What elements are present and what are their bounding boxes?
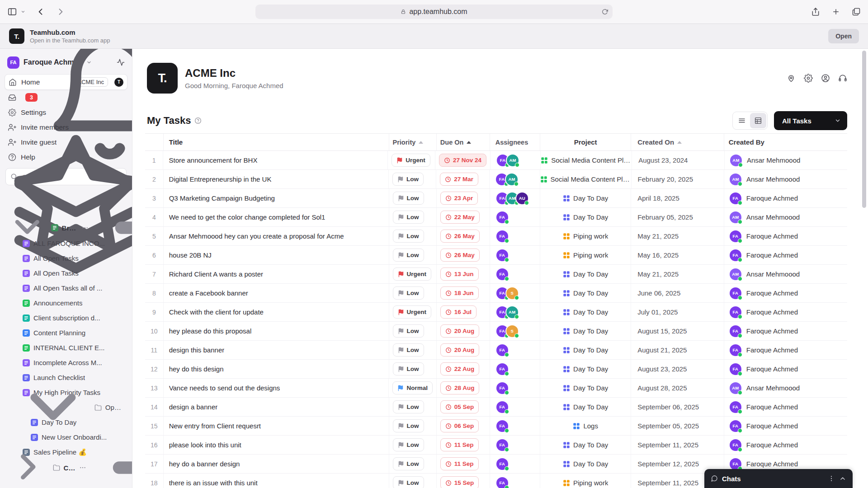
project-cell[interactable]: Day To Day: [540, 455, 631, 473]
task-title[interactable]: house 20B NJ: [169, 251, 212, 259]
assignees-cell[interactable]: FA: [490, 474, 540, 488]
assignees-cell[interactable]: FA: [490, 436, 540, 454]
task-row[interactable]: 4We need to get the color change complet…: [145, 208, 847, 227]
task-title[interactable]: please look into this unit: [169, 441, 241, 449]
support-headset-icon[interactable]: [838, 74, 847, 83]
priority-badge[interactable]: Low: [393, 211, 424, 224]
sidebar-tree-item[interactable]: Announcements: [5, 296, 127, 310]
task-row[interactable]: 13Vance needs to send out the designsNor…: [145, 379, 847, 398]
created-by-cell[interactable]: FAFaroque Achmed: [724, 436, 847, 454]
task-row[interactable]: 9Check with the client for updateUrgent1…: [145, 303, 847, 322]
chats-widget[interactable]: Chats: [704, 469, 853, 488]
assignees-cell[interactable]: FAAM: [490, 303, 540, 321]
task-row[interactable]: 11design this bannerLow20 AugFADay To Da…: [145, 341, 847, 360]
task-row[interactable]: 6house 20B NJLow26 MayFAPiping workMay 1…: [145, 246, 847, 265]
created-by-cell[interactable]: FAFaroque Achmed: [724, 246, 847, 264]
sidebar-tree-item[interactable]: Content Planning: [5, 325, 127, 340]
assignees-cell[interactable]: FA: [490, 398, 540, 416]
pin-icon[interactable]: [787, 74, 796, 83]
due-date-badge[interactable]: 26 May: [440, 230, 480, 243]
created-by-cell[interactable]: AMAnsar Mehmoood: [724, 379, 847, 397]
project-cell[interactable]: Social Media Content Plan …: [540, 170, 631, 188]
task-row[interactable]: 12hey do this designLow22 AugFADay To Da…: [145, 360, 847, 379]
created-by-cell[interactable]: FAFaroque Achmed: [724, 303, 847, 321]
task-title[interactable]: Q3 Marketing Campaign Budgeting: [169, 194, 275, 202]
task-row[interactable]: 7Richard Client A wants a posterUrgent13…: [145, 265, 847, 284]
priority-badge[interactable]: Urgent: [393, 305, 432, 319]
project-cell[interactable]: Day To Day: [540, 208, 631, 226]
priority-badge[interactable]: Low: [393, 192, 424, 205]
task-row[interactable]: 1Store announcement for BHXUrgent27 Nov …: [145, 151, 847, 170]
task-title[interactable]: hey please do this proposal: [169, 327, 252, 335]
task-title[interactable]: hey do a banner design: [169, 460, 240, 468]
due-date-badge[interactable]: 28 Aug: [440, 381, 480, 394]
project-cell[interactable]: Day To Day: [540, 379, 631, 397]
priority-badge[interactable]: Urgent: [393, 267, 432, 281]
priority-badge[interactable]: Low: [393, 286, 424, 300]
due-date-badge[interactable]: 20 Aug: [440, 324, 480, 338]
assignees-cell[interactable]: FAAMAU: [490, 189, 540, 207]
due-date-badge[interactable]: 23 Apr: [440, 192, 478, 205]
back-button[interactable]: [36, 7, 45, 16]
assignees-cell[interactable]: FAAM: [489, 170, 539, 188]
task-row[interactable]: 14design a bannerLow05 SepFADay To DaySe…: [145, 398, 847, 417]
task-title[interactable]: We need to get the color change complete…: [169, 213, 326, 221]
due-date-badge[interactable]: 16 Jul: [440, 305, 476, 319]
due-date-badge[interactable]: 18 Jun: [440, 286, 479, 300]
new-tab-icon[interactable]: [832, 8, 840, 16]
due-date-badge[interactable]: 15 Sep: [440, 476, 479, 488]
assignees-cell[interactable]: FA: [490, 360, 540, 378]
task-title[interactable]: Ansar Mehmoood hey can you create a prop…: [169, 232, 344, 240]
project-cell[interactable]: Social Media Content Plan …: [540, 151, 632, 169]
sidebar-tree-item[interactable]: Incomplete Across M...: [5, 355, 127, 370]
all-tasks-dropdown[interactable]: All Tasks: [774, 111, 847, 130]
project-cell[interactable]: Piping work: [540, 227, 631, 245]
due-date-badge[interactable]: 06 Sep: [440, 419, 479, 432]
priority-badge[interactable]: Low: [393, 400, 424, 413]
add-icon[interactable]: [93, 160, 132, 296]
add-icon[interactable]: [91, 400, 132, 488]
due-date-badge[interactable]: 13 Jun: [440, 267, 479, 281]
priority-badge[interactable]: Normal: [392, 381, 433, 394]
settings-gear-icon[interactable]: [804, 74, 813, 83]
column-header-priority[interactable]: Priority: [389, 134, 436, 150]
more-icon[interactable]: [81, 224, 89, 231]
address-bar[interactable]: app.teamhub.com: [255, 5, 613, 19]
created-by-cell[interactable]: FAFaroque Achmed: [724, 322, 847, 340]
project-cell[interactable]: Logs: [540, 417, 631, 435]
priority-badge[interactable]: Low: [393, 457, 424, 470]
project-cell[interactable]: Day To Day: [540, 322, 631, 340]
assignees-cell[interactable]: FA: [490, 227, 540, 245]
profile-icon[interactable]: [821, 74, 830, 83]
created-by-cell[interactable]: FAFaroque Achmed: [724, 398, 847, 416]
project-cell[interactable]: Day To Day: [540, 398, 631, 416]
assignees-cell[interactable]: FAAM: [490, 151, 540, 169]
chevron-down-icon[interactable]: [21, 9, 25, 14]
task-title[interactable]: there is an issue with this unit: [169, 479, 258, 487]
task-row[interactable]: 15New entry from Client requesrtLow06 Se…: [145, 417, 847, 436]
sidebar-tree-item[interactable]: Client subscription d...: [5, 310, 127, 325]
task-title[interactable]: Vance needs to send out the designs: [169, 384, 280, 392]
task-row[interactable]: 5Ansar Mehmoood hey can you create a pro…: [145, 227, 847, 246]
assignees-cell[interactable]: FA: [490, 417, 540, 435]
column-header-due-on[interactable]: Due On: [436, 134, 490, 150]
task-title[interactable]: Check with the client for update: [169, 308, 264, 316]
created-by-cell[interactable]: FAFaroque Achmed: [724, 341, 847, 359]
created-by-cell[interactable]: FAFaroque Achmed: [724, 284, 847, 302]
created-by-cell[interactable]: AMAnsar Mehmoood: [724, 265, 847, 283]
priority-badge[interactable]: Low: [393, 343, 424, 357]
list-view-button[interactable]: [734, 113, 750, 128]
assignees-cell[interactable]: FAS: [490, 284, 540, 302]
sidebar-tree-item[interactable]: Change Log: [5, 460, 127, 476]
project-cell[interactable]: Piping work: [540, 474, 631, 488]
created-by-cell[interactable]: FAFaroque Achmed: [724, 227, 847, 245]
assignees-cell[interactable]: FA: [490, 455, 540, 473]
task-title[interactable]: design this banner: [169, 346, 225, 354]
help-icon[interactable]: [194, 117, 202, 124]
priority-badge[interactable]: Low: [393, 362, 424, 375]
task-row[interactable]: 2Digital Entrepreneurship in the UKLow27…: [145, 170, 847, 189]
task-title[interactable]: Digital Entrepreneurship in the UK: [169, 175, 272, 183]
task-title[interactable]: New entry from Client requesrt: [169, 422, 261, 430]
assignees-cell[interactable]: FAS: [490, 322, 540, 340]
project-cell[interactable]: Day To Day: [540, 303, 631, 321]
